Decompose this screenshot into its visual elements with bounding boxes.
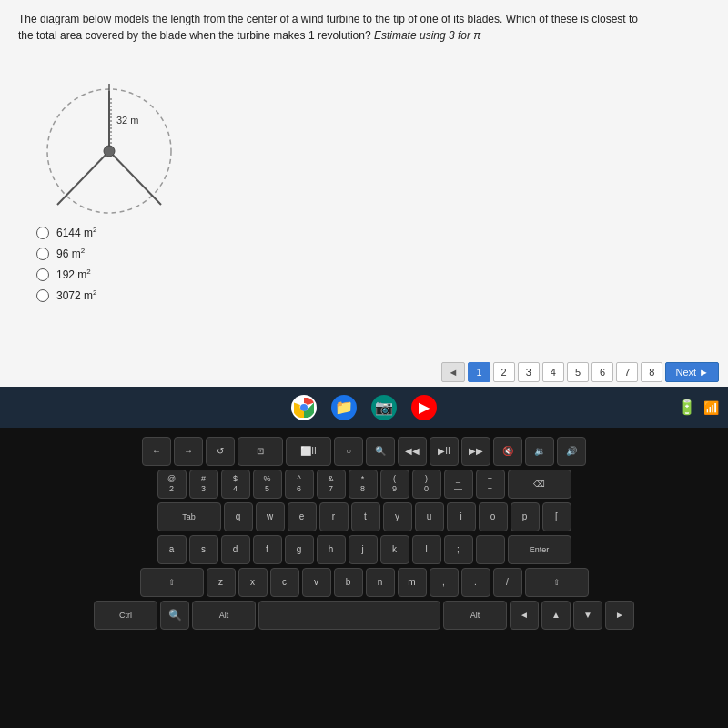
key-8[interactable]: *8 (349, 470, 378, 499)
key-shift-right[interactable]: ⇧ (525, 568, 589, 597)
kb-row-asdf: a s d f g h j k l ; ' Enter (5, 535, 723, 564)
key-9[interactable]: (9 (380, 470, 410, 499)
key-7[interactable]: &7 (317, 470, 346, 499)
key-5[interactable]: %5 (253, 470, 282, 499)
key-prev-track[interactable]: ◀◀ (398, 437, 427, 466)
page-button-2[interactable]: 2 (493, 362, 515, 382)
taskbar: 📁 📷 ▶ 🔋 📶 (0, 387, 728, 428)
key-a[interactable]: a (157, 535, 187, 564)
key-period[interactable]: . (461, 568, 490, 597)
turbine-diagram: 32 m (36, 71, 182, 217)
key-back[interactable]: ← (142, 437, 171, 466)
key-arrow-left[interactable]: ◄ (510, 601, 539, 630)
radio-d[interactable] (36, 289, 49, 302)
key-m[interactable]: m (398, 568, 427, 597)
key-shift-left[interactable]: ⇧ (140, 568, 204, 597)
page-button-5[interactable]: 5 (567, 362, 589, 382)
key-ctrl[interactable]: Ctrl (94, 601, 157, 630)
key-refresh[interactable]: ↺ (206, 437, 235, 466)
page-button-8[interactable]: 8 (641, 362, 662, 382)
key-vol-up[interactable]: 🔊 (557, 437, 586, 466)
key-comma[interactable]: , (430, 568, 459, 597)
key-j[interactable]: j (349, 535, 378, 564)
key-k[interactable]: k (380, 535, 410, 564)
battery-icon: 🔋 (678, 399, 696, 416)
key-0[interactable]: )0 (412, 470, 441, 499)
key-i[interactable]: i (447, 502, 476, 531)
key-n[interactable]: n (366, 568, 395, 597)
key-2[interactable]: @2 (157, 470, 187, 499)
key-screenoff[interactable]: ○ (334, 437, 363, 466)
key-semicolon[interactable]: ; (444, 535, 473, 564)
key-q[interactable]: q (224, 502, 253, 531)
meet-icon[interactable]: 📷 (371, 395, 397, 420)
diagram-area: 32 m (36, 71, 728, 217)
key-w[interactable]: w (256, 502, 285, 531)
key-arrow-right[interactable]: ► (605, 601, 634, 630)
chrome-icon[interactable] (291, 395, 317, 420)
key-t[interactable]: t (351, 502, 380, 531)
files-icon[interactable]: 📁 (331, 395, 357, 420)
key-alt-right[interactable]: Alt (443, 601, 507, 630)
key-overview[interactable]: ⬜II (286, 437, 331, 466)
key-quote[interactable]: ' (476, 535, 505, 564)
key-3[interactable]: #3 (189, 470, 218, 499)
key-minus[interactable]: _— (444, 470, 473, 499)
key-g[interactable]: g (285, 535, 314, 564)
key-enter[interactable]: Enter (508, 535, 571, 564)
key-fullscreen[interactable]: ⊡ (238, 437, 283, 466)
key-c[interactable]: c (270, 568, 299, 597)
key-space[interactable] (258, 601, 440, 630)
answer-choice-d[interactable]: 3072 m2 (36, 288, 692, 302)
key-play-pause[interactable]: ▶II (430, 437, 459, 466)
key-h[interactable]: h (317, 535, 346, 564)
page-button-6[interactable]: 6 (592, 362, 613, 382)
key-slash[interactable]: / (493, 568, 522, 597)
key-bracket-open[interactable]: [ (542, 502, 571, 531)
key-y[interactable]: y (383, 502, 412, 531)
answer-choice-a[interactable]: 6144 m2 (36, 226, 692, 239)
prev-page-button[interactable]: ◄ (441, 362, 466, 382)
answer-choice-b[interactable]: 96 m2 (36, 247, 692, 260)
key-b[interactable]: b (334, 568, 363, 597)
key-r[interactable]: r (319, 502, 349, 531)
key-v[interactable]: v (302, 568, 331, 597)
page-button-7[interactable]: 7 (616, 362, 638, 382)
key-6[interactable]: ^6 (285, 470, 314, 499)
key-next-track[interactable]: ▶▶ (461, 437, 490, 466)
key-o[interactable]: o (479, 502, 508, 531)
next-button[interactable]: Next ► (665, 362, 719, 382)
key-f[interactable]: f (253, 535, 282, 564)
answer-choice-c[interactable]: 192 m2 (36, 268, 692, 281)
key-z[interactable]: z (207, 568, 236, 597)
key-4[interactable]: $4 (221, 470, 250, 499)
page-button-1[interactable]: 1 (468, 362, 490, 382)
key-search[interactable]: 🔍 (366, 437, 395, 466)
key-d[interactable]: d (221, 535, 250, 564)
key-vol-down[interactable]: 🔉 (525, 437, 554, 466)
kb-row-numbers: @2 #3 $4 %5 ^6 &7 *8 (9 )0 _— += ⌫ (5, 470, 723, 499)
browser-content: The diagram below models the length from… (0, 0, 728, 391)
key-arrow-up[interactable]: ▲ (541, 601, 571, 630)
radio-a[interactable] (36, 227, 49, 239)
key-search-fn[interactable]: 🔍 (160, 601, 189, 630)
key-alt[interactable]: Alt (192, 601, 256, 630)
key-l[interactable]: l (412, 535, 441, 564)
key-x[interactable]: x (238, 568, 268, 597)
youtube-icon[interactable]: ▶ (411, 395, 437, 420)
key-forward[interactable]: → (174, 437, 203, 466)
key-p[interactable]: p (511, 502, 540, 531)
key-e[interactable]: e (288, 502, 317, 531)
key-backspace[interactable]: ⌫ (508, 470, 571, 499)
key-s[interactable]: s (189, 535, 218, 564)
key-arrow-down[interactable]: ▼ (573, 601, 602, 630)
key-mute[interactable]: 🔇 (493, 437, 522, 466)
answer-label-d: 3072 m2 (56, 288, 96, 302)
key-u[interactable]: u (415, 502, 444, 531)
radio-c[interactable] (36, 268, 49, 281)
key-equals[interactable]: += (476, 470, 505, 499)
page-button-3[interactable]: 3 (518, 362, 540, 382)
page-button-4[interactable]: 4 (542, 362, 564, 382)
key-tab[interactable]: Tab (157, 502, 221, 531)
radio-b[interactable] (36, 248, 49, 260)
